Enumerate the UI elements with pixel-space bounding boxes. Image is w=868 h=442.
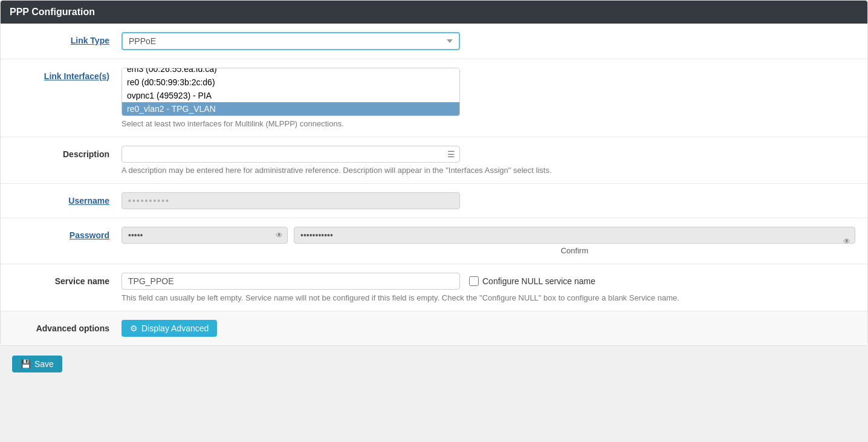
link-interfaces-row: Link Interface(s) em3 (00:26:55:ea:fd:ca… [1, 59, 867, 137]
service-name-content: TPG_PPOE Configure NULL service name Thi… [121, 273, 855, 302]
username-input[interactable] [121, 192, 460, 209]
page-wrapper: PPP Configuration Link Type PPPoE PPtP L… [0, 0, 868, 442]
interface-option-re0[interactable]: re0 (d0:50:99:3b:2c:d6) [122, 76, 459, 89]
service-name-input[interactable]: TPG_PPOE [121, 273, 460, 290]
link-interfaces-help: Select at least two interfaces for Multi… [121, 119, 855, 128]
confirm-wrap: 👁 Confirm [294, 227, 855, 255]
link-type-label: Link Type [13, 32, 121, 45]
panel-body: Link Type PPPoE PPtP L2TP PPP Link Inter… [1, 24, 867, 345]
confirm-password-input[interactable] [294, 227, 855, 244]
ppp-config-panel: PPP Configuration Link Type PPPoE PPtP L… [0, 0, 868, 346]
link-interfaces-listbox[interactable]: em3 (00:26:55:ea:fd:ca) re0 (d0:50:99:3b… [121, 68, 460, 116]
password-toggle-icon[interactable]: 👁 [276, 231, 283, 239]
link-interfaces-content: em3 (00:26:55:ea:fd:ca) re0 (d0:50:99:3b… [121, 68, 855, 128]
save-button[interactable]: Save [12, 356, 62, 372]
username-label: Username [13, 192, 121, 206]
panel-title-text: PPP Configuration [10, 7, 95, 17]
password-wrap: 👁 [121, 227, 288, 244]
confirm-label: Confirm [294, 246, 855, 255]
interface-option-re0-vlan2[interactable]: re0_vlan2 - TPG_VLAN [122, 102, 459, 115]
null-service-wrap: Configure NULL service name [469, 276, 595, 286]
link-interfaces-label: Link Interface(s) [13, 68, 121, 81]
interface-option-em3[interactable]: em3 (00:26:55:ea:fd:ca) [122, 68, 459, 76]
description-row: Description ☰ A description may be enter… [1, 137, 867, 184]
link-type-row: Link Type PPPoE PPtP L2TP PPP [1, 24, 867, 59]
save-icon [21, 359, 31, 369]
null-service-checkbox[interactable] [469, 276, 479, 286]
password-input[interactable] [121, 227, 288, 244]
display-advanced-label: Display Advanced [141, 323, 209, 333]
description-icon: ☰ [447, 149, 455, 159]
password-row: Password 👁 👁 Confirm [1, 218, 867, 264]
interface-option-ovpnc1[interactable]: ovpnc1 (495923) - PIA [122, 89, 459, 102]
description-label: Description [13, 146, 121, 159]
panel-title: PPP Configuration [1, 1, 867, 24]
confirm-toggle-icon[interactable]: 👁 [843, 237, 850, 245]
gear-icon [130, 323, 138, 333]
service-name-input-row: TPG_PPOE Configure NULL service name [121, 273, 855, 290]
service-name-label: Service name [13, 273, 121, 286]
service-name-help: This field can usually be left empty. Se… [121, 293, 786, 302]
display-advanced-button[interactable]: Display Advanced [121, 320, 217, 337]
username-row: Username [1, 184, 867, 218]
save-button-label: Save [34, 359, 54, 369]
advanced-options-label: Advanced options [13, 320, 121, 333]
null-service-label: Configure NULL service name [482, 276, 595, 286]
advanced-options-row: Advanced options Display Advanced [1, 311, 867, 345]
service-name-row: Service name TPG_PPOE Configure NULL ser… [1, 264, 867, 311]
description-help: A description may be entered here for ad… [121, 166, 855, 175]
username-content [121, 192, 855, 209]
advanced-options-content: Display Advanced [121, 320, 855, 337]
password-row-content: 👁 👁 Confirm [121, 227, 855, 255]
description-content: ☰ A description may be entered here for … [121, 146, 855, 175]
save-row: Save [0, 346, 868, 382]
description-input-wrap: ☰ [121, 146, 460, 163]
description-input[interactable] [121, 146, 460, 163]
link-type-content: PPPoE PPtP L2TP PPP [121, 32, 855, 50]
link-type-select[interactable]: PPPoE PPtP L2TP PPP [121, 32, 460, 50]
password-label: Password [13, 227, 121, 240]
password-content: 👁 👁 Confirm [121, 227, 855, 255]
